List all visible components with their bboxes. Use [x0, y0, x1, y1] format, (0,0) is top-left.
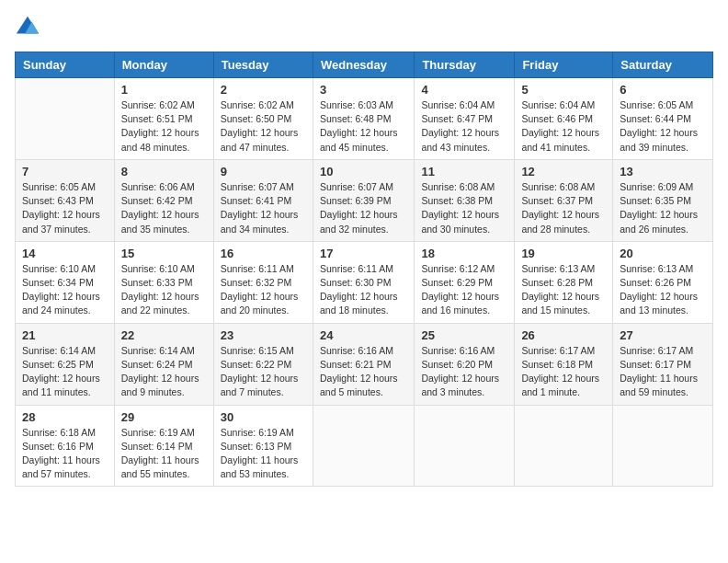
calendar-cell: 19Sunrise: 6:13 AM Sunset: 6:28 PM Dayli…: [515, 241, 613, 323]
day-info: Sunrise: 6:13 AM Sunset: 6:28 PM Dayligh…: [521, 262, 606, 318]
calendar-cell: 9Sunrise: 6:07 AM Sunset: 6:41 PM Daylig…: [213, 159, 313, 241]
calendar-week-row: 21Sunrise: 6:14 AM Sunset: 6:25 PM Dayli…: [16, 323, 713, 405]
day-info: Sunrise: 6:02 AM Sunset: 6:50 PM Dayligh…: [221, 98, 306, 155]
day-info: Sunrise: 6:11 AM Sunset: 6:32 PM Dayligh…: [221, 262, 306, 318]
calendar-table: SundayMondayTuesdayWednesdayThursdayFrid…: [15, 52, 713, 487]
day-number: 10: [320, 165, 407, 178]
day-number: 29: [121, 410, 207, 424]
calendar-cell: 16Sunrise: 6:11 AM Sunset: 6:32 PM Dayli…: [213, 241, 313, 323]
day-number: 24: [320, 328, 407, 342]
day-info: Sunrise: 6:09 AM Sunset: 6:35 PM Dayligh…: [620, 180, 706, 236]
day-info: Sunrise: 6:08 AM Sunset: 6:37 PM Dayligh…: [521, 180, 606, 236]
day-info: Sunrise: 6:05 AM Sunset: 6:43 PM Dayligh…: [22, 180, 108, 236]
day-number: 13: [620, 165, 706, 178]
day-number: 11: [421, 165, 507, 178]
day-number: 8: [121, 165, 207, 178]
day-number: 3: [320, 83, 407, 97]
day-info: Sunrise: 6:06 AM Sunset: 6:42 PM Dayligh…: [121, 180, 207, 236]
day-info: Sunrise: 6:17 AM Sunset: 6:18 PM Dayligh…: [521, 344, 606, 400]
day-info: Sunrise: 6:16 AM Sunset: 6:20 PM Dayligh…: [421, 344, 507, 400]
day-info: Sunrise: 6:05 AM Sunset: 6:44 PM Dayligh…: [620, 98, 706, 155]
calendar-cell: 2Sunrise: 6:02 AM Sunset: 6:50 PM Daylig…: [213, 78, 313, 160]
logo-icon: [15, 15, 40, 40]
day-number: 15: [121, 247, 207, 260]
calendar-cell: 22Sunrise: 6:14 AM Sunset: 6:24 PM Dayli…: [114, 323, 213, 405]
calendar-header-sunday: Sunday: [16, 52, 115, 78]
day-number: 9: [221, 165, 306, 178]
day-number: 12: [521, 165, 606, 178]
calendar-week-row: 1Sunrise: 6:02 AM Sunset: 6:51 PM Daylig…: [16, 78, 713, 160]
calendar-cell: 14Sunrise: 6:10 AM Sunset: 6:34 PM Dayli…: [16, 241, 115, 323]
day-number: 4: [421, 83, 507, 97]
day-number: 22: [121, 328, 207, 342]
calendar-header-tuesday: Tuesday: [213, 52, 313, 78]
day-number: 20: [620, 247, 706, 260]
calendar-cell: 30Sunrise: 6:19 AM Sunset: 6:13 PM Dayli…: [213, 405, 313, 487]
day-number: 6: [620, 83, 706, 97]
day-info: Sunrise: 6:14 AM Sunset: 6:25 PM Dayligh…: [22, 344, 108, 400]
calendar-cell: 24Sunrise: 6:16 AM Sunset: 6:21 PM Dayli…: [313, 323, 414, 405]
day-info: Sunrise: 6:07 AM Sunset: 6:41 PM Dayligh…: [221, 180, 306, 236]
day-info: Sunrise: 6:02 AM Sunset: 6:51 PM Dayligh…: [121, 98, 207, 155]
calendar-cell: 1Sunrise: 6:02 AM Sunset: 6:51 PM Daylig…: [114, 78, 213, 160]
calendar-cell: 8Sunrise: 6:06 AM Sunset: 6:42 PM Daylig…: [114, 159, 213, 241]
day-info: Sunrise: 6:17 AM Sunset: 6:17 PM Dayligh…: [620, 344, 706, 400]
day-number: 21: [22, 328, 108, 342]
day-number: 25: [421, 328, 507, 342]
calendar-header-friday: Friday: [515, 52, 613, 78]
calendar-cell: 6Sunrise: 6:05 AM Sunset: 6:44 PM Daylig…: [613, 78, 713, 160]
day-info: Sunrise: 6:14 AM Sunset: 6:24 PM Dayligh…: [121, 344, 207, 400]
day-info: Sunrise: 6:19 AM Sunset: 6:14 PM Dayligh…: [121, 426, 207, 482]
day-number: 2: [221, 83, 306, 97]
calendar-cell: 29Sunrise: 6:19 AM Sunset: 6:14 PM Dayli…: [114, 405, 213, 487]
day-info: Sunrise: 6:04 AM Sunset: 6:46 PM Dayligh…: [521, 98, 606, 155]
day-info: Sunrise: 6:12 AM Sunset: 6:29 PM Dayligh…: [421, 262, 507, 318]
calendar-cell: 10Sunrise: 6:07 AM Sunset: 6:39 PM Dayli…: [313, 159, 414, 241]
logo: [15, 15, 44, 40]
calendar-header-thursday: Thursday: [415, 52, 515, 78]
day-number: 14: [22, 247, 108, 260]
day-number: 27: [620, 328, 706, 342]
calendar-cell: 25Sunrise: 6:16 AM Sunset: 6:20 PM Dayli…: [415, 323, 515, 405]
day-number: 17: [320, 247, 407, 260]
calendar-cell: 11Sunrise: 6:08 AM Sunset: 6:38 PM Dayli…: [415, 159, 515, 241]
calendar-cell: 5Sunrise: 6:04 AM Sunset: 6:46 PM Daylig…: [515, 78, 613, 160]
day-info: Sunrise: 6:10 AM Sunset: 6:34 PM Dayligh…: [22, 262, 108, 318]
day-info: Sunrise: 6:18 AM Sunset: 6:16 PM Dayligh…: [22, 426, 108, 482]
page-header: [15, 15, 713, 40]
calendar-cell: 15Sunrise: 6:10 AM Sunset: 6:33 PM Dayli…: [114, 241, 213, 323]
day-number: 18: [421, 247, 507, 260]
day-number: 28: [22, 410, 108, 424]
calendar-cell: 3Sunrise: 6:03 AM Sunset: 6:48 PM Daylig…: [313, 78, 414, 160]
calendar-cell: [16, 78, 115, 160]
day-info: Sunrise: 6:19 AM Sunset: 6:13 PM Dayligh…: [221, 426, 306, 482]
day-info: Sunrise: 6:04 AM Sunset: 6:47 PM Dayligh…: [421, 98, 507, 155]
calendar-cell: 20Sunrise: 6:13 AM Sunset: 6:26 PM Dayli…: [613, 241, 713, 323]
calendar-cell: 17Sunrise: 6:11 AM Sunset: 6:30 PM Dayli…: [313, 241, 414, 323]
day-info: Sunrise: 6:07 AM Sunset: 6:39 PM Dayligh…: [320, 180, 407, 236]
calendar-cell: [313, 405, 414, 487]
day-info: Sunrise: 6:08 AM Sunset: 6:38 PM Dayligh…: [421, 180, 507, 236]
calendar-cell: [613, 405, 713, 487]
calendar-cell: 12Sunrise: 6:08 AM Sunset: 6:37 PM Dayli…: [515, 159, 613, 241]
day-info: Sunrise: 6:03 AM Sunset: 6:48 PM Dayligh…: [320, 98, 407, 155]
calendar-week-row: 28Sunrise: 6:18 AM Sunset: 6:16 PM Dayli…: [16, 405, 713, 487]
day-number: 19: [521, 247, 606, 260]
day-info: Sunrise: 6:10 AM Sunset: 6:33 PM Dayligh…: [121, 262, 207, 318]
calendar-header-saturday: Saturday: [613, 52, 713, 78]
day-number: 23: [221, 328, 306, 342]
calendar-header-monday: Monday: [114, 52, 213, 78]
calendar-cell: 28Sunrise: 6:18 AM Sunset: 6:16 PM Dayli…: [16, 405, 115, 487]
calendar-cell: 4Sunrise: 6:04 AM Sunset: 6:47 PM Daylig…: [415, 78, 515, 160]
calendar-cell: 18Sunrise: 6:12 AM Sunset: 6:29 PM Dayli…: [415, 241, 515, 323]
calendar-cell: [515, 405, 613, 487]
calendar-cell: [415, 405, 515, 487]
calendar-cell: 26Sunrise: 6:17 AM Sunset: 6:18 PM Dayli…: [515, 323, 613, 405]
day-number: 30: [221, 410, 306, 424]
calendar-cell: 23Sunrise: 6:15 AM Sunset: 6:22 PM Dayli…: [213, 323, 313, 405]
calendar-header-row: SundayMondayTuesdayWednesdayThursdayFrid…: [16, 52, 713, 78]
day-number: 5: [521, 83, 606, 97]
calendar-cell: 7Sunrise: 6:05 AM Sunset: 6:43 PM Daylig…: [16, 159, 115, 241]
day-info: Sunrise: 6:11 AM Sunset: 6:30 PM Dayligh…: [320, 262, 407, 318]
calendar-cell: 13Sunrise: 6:09 AM Sunset: 6:35 PM Dayli…: [613, 159, 713, 241]
